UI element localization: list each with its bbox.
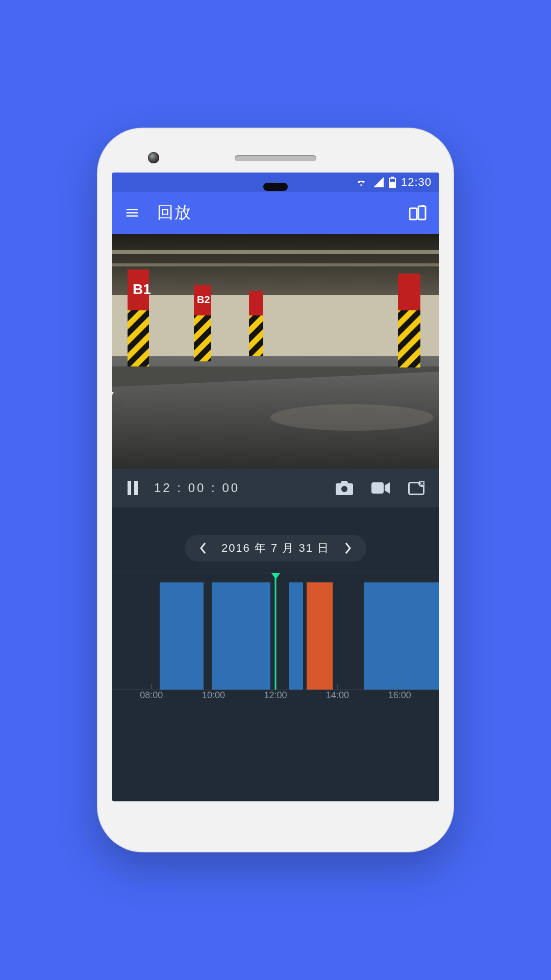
cellular-icon [372, 177, 384, 187]
svg-rect-18 [249, 315, 263, 356]
timeline-tick: 08:00 [140, 690, 163, 701]
device-earpiece [235, 155, 316, 161]
status-time: 12:30 [401, 176, 432, 189]
playback-controls: 12 : 00 : 00 [112, 469, 439, 507]
close-window-icon [408, 481, 424, 495]
timeline-tick-row: 08:0010:0012:0014:0016:00 [112, 690, 439, 721]
hamburger-icon [124, 205, 140, 220]
svg-rect-6 [112, 295, 439, 356]
device-switch-icon [409, 205, 427, 220]
record-button[interactable] [368, 478, 393, 498]
video-frame-image: B1 B2 [112, 234, 439, 469]
chevron-left-icon [199, 542, 207, 554]
svg-rect-24 [128, 481, 131, 495]
battery-icon [389, 177, 396, 188]
date-prev-button[interactable] [196, 539, 210, 557]
date-next-button[interactable] [341, 539, 355, 557]
svg-point-26 [341, 486, 347, 492]
page-title: 回放 [157, 202, 392, 224]
svg-rect-2 [418, 206, 425, 219]
close-feed-button[interactable] [405, 478, 428, 498]
playback-timecode: 12 : 00 : 00 [154, 481, 320, 495]
svg-rect-25 [134, 481, 138, 495]
timeline-tick: 10:00 [202, 690, 225, 701]
timeline-segment-orange[interactable] [307, 582, 333, 690]
phone-frame: 12:30 回放 [97, 128, 454, 852]
timeline[interactable] [112, 573, 439, 690]
svg-rect-12 [128, 310, 149, 366]
device-sensor [263, 183, 288, 191]
svg-text:B1: B1 [133, 281, 151, 297]
snapshot-button[interactable] [333, 478, 356, 498]
timeline-tick: 12:00 [264, 690, 287, 701]
svg-rect-22 [112, 263, 439, 266]
playhead[interactable] [275, 573, 277, 690]
timeline-tick: 14:00 [326, 690, 349, 701]
pause-button[interactable] [123, 478, 142, 498]
svg-text:B2: B2 [197, 294, 210, 305]
svg-rect-15 [194, 315, 211, 361]
device-switch-button[interactable] [406, 202, 430, 224]
camera-icon [336, 481, 353, 495]
screen: 12:30 回放 [112, 173, 439, 801]
menu-button[interactable] [121, 202, 143, 224]
svg-rect-20 [398, 310, 420, 368]
section-gap [112, 507, 439, 535]
timeline-tick: 16:00 [388, 690, 411, 701]
svg-rect-21 [112, 250, 439, 254]
timeline-segment-blue[interactable] [212, 582, 270, 690]
svg-point-23 [270, 404, 434, 431]
playback-video[interactable]: B1 B2 [112, 234, 439, 469]
videocam-icon [371, 481, 390, 495]
chevron-right-icon [344, 542, 352, 554]
device-camera-dot [148, 152, 159, 163]
timeline-segment-blue[interactable] [289, 582, 304, 690]
svg-rect-27 [371, 482, 384, 494]
date-label: 2016 年 7 月 31 日 [221, 541, 330, 556]
date-selector-row: 2016 年 7 月 31 日 [112, 535, 439, 569]
timeline-segment-blue[interactable] [364, 582, 439, 690]
svg-rect-0 [390, 179, 395, 182]
wifi-icon [355, 177, 367, 187]
svg-rect-1 [410, 208, 417, 219]
date-selector: 2016 年 7 月 31 日 [185, 535, 366, 561]
timeline-segment-blue[interactable] [160, 582, 204, 690]
pause-icon [127, 481, 139, 495]
app-bar: 回放 [112, 192, 439, 234]
timeline-area: 08:0010:0012:0014:0016:00 [112, 569, 439, 801]
